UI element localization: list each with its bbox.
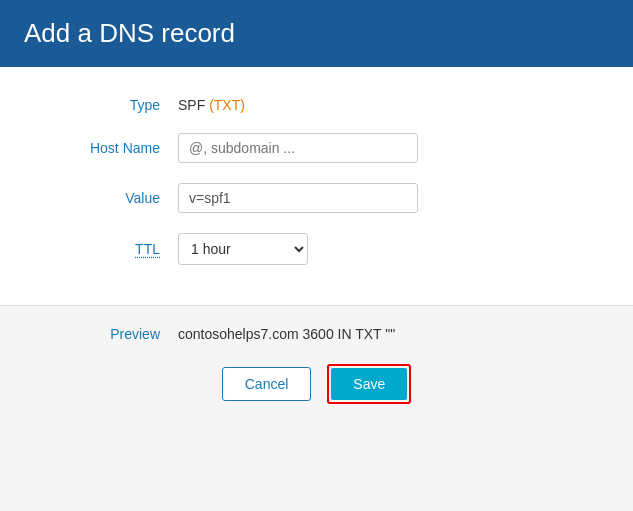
preview-value: contosohelps7.com 3600 IN TXT "" xyxy=(178,326,395,342)
save-button-wrapper: Save xyxy=(327,364,411,404)
page-header: Add a DNS record xyxy=(0,0,633,67)
ttl-label: TTL xyxy=(60,241,160,257)
value-input[interactable] xyxy=(178,183,418,213)
hostname-row: Host Name xyxy=(0,133,633,163)
type-spf-text: SPF xyxy=(178,97,209,113)
type-label: Type xyxy=(60,97,160,113)
type-value: SPF (TXT) xyxy=(178,97,245,113)
form-content: Type SPF (TXT) Host Name Value TTL 1 hou… xyxy=(0,67,633,306)
footer-area: Preview contosohelps7.com 3600 IN TXT ""… xyxy=(0,306,633,424)
value-row: Value xyxy=(0,183,633,213)
page-title: Add a DNS record xyxy=(24,18,609,49)
type-txt-text: (TXT) xyxy=(209,97,245,113)
cancel-button[interactable]: Cancel xyxy=(222,367,312,401)
type-row: Type SPF (TXT) xyxy=(0,97,633,113)
save-button[interactable]: Save xyxy=(331,368,407,400)
preview-label: Preview xyxy=(60,326,160,342)
value-label: Value xyxy=(60,190,160,206)
ttl-select[interactable]: 1 hour 30 minutes 1 day xyxy=(178,233,308,265)
preview-row: Preview contosohelps7.com 3600 IN TXT "" xyxy=(60,326,573,342)
buttons-row: Cancel Save xyxy=(60,364,573,404)
hostname-input[interactable] xyxy=(178,133,418,163)
hostname-label: Host Name xyxy=(60,140,160,156)
ttl-row: TTL 1 hour 30 minutes 1 day xyxy=(0,233,633,265)
